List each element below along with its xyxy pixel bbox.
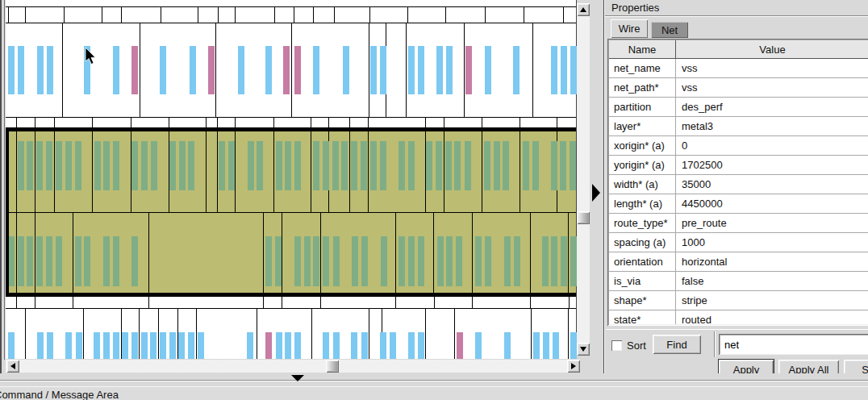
wire-stripe[interactable]: [426, 141, 432, 190]
wire-stripe[interactable]: [446, 46, 453, 94]
property-value-cell[interactable]: vss: [676, 59, 868, 77]
wire-stripe[interactable]: [103, 332, 110, 359]
property-value-cell[interactable]: 1000: [676, 233, 868, 252]
wire-stripe[interactable]: [514, 236, 520, 286]
wire-stripe[interactable]: [294, 236, 301, 286]
sort-checkbox[interactable]: [611, 340, 622, 351]
wire-stripe[interactable]: [141, 141, 148, 190]
wire-stripe[interactable]: [27, 236, 33, 286]
property-row[interactable]: net_path*vss: [609, 78, 868, 98]
property-row[interactable]: length* (a)4450000: [609, 194, 868, 214]
property-value-cell[interactable]: pre_route: [676, 214, 868, 232]
wire-stripe[interactable]: [190, 46, 196, 94]
wire-stripe[interactable]: [361, 332, 368, 359]
wire-stripe[interactable]: [283, 46, 290, 94]
wire-stripe[interactable]: [18, 141, 24, 190]
property-row[interactable]: shape*stripe: [609, 291, 868, 310]
wire-stripe[interactable]: [513, 46, 520, 94]
wire-stripe[interactable]: [75, 236, 81, 286]
wire-stripe[interactable]: [169, 141, 176, 190]
wire-stripe[interactable]: [570, 332, 577, 359]
property-value-cell[interactable]: routed: [676, 310, 868, 324]
wire-stripe[interactable]: [418, 46, 424, 94]
wire-stripe[interactable]: [454, 141, 461, 190]
wire-stripe[interactable]: [380, 46, 386, 94]
wire-stripe[interactable]: [198, 332, 204, 359]
wire-stripe[interactable]: [332, 141, 339, 190]
wire-stripe[interactable]: [484, 141, 490, 190]
wire-stripe[interactable]: [485, 236, 491, 286]
wire-stripe[interactable]: [543, 332, 549, 359]
property-value-cell[interactable]: des_perf: [676, 98, 868, 116]
wire-stripe[interactable]: [294, 46, 301, 94]
wire-stripe[interactable]: [150, 332, 156, 359]
wire-stripe[interactable]: [47, 332, 53, 359]
wire-stripe[interactable]: [504, 332, 511, 359]
wire-stripe[interactable]: [46, 236, 52, 286]
property-row[interactable]: orientationhorizontal: [609, 252, 868, 272]
wire-stripe[interactable]: [131, 332, 138, 359]
wire-stripe[interactable]: [370, 46, 377, 94]
wire-stripe[interactable]: [179, 141, 186, 190]
wire-stripe[interactable]: [457, 332, 463, 359]
vertical-scrollbar[interactable]: [577, 3, 590, 356]
wire-stripe[interactable]: [208, 46, 215, 94]
wire-stripe[interactable]: [399, 236, 405, 286]
wire-stripe[interactable]: [36, 141, 43, 190]
property-value-cell[interactable]: false: [676, 272, 868, 290]
wire-stripe[interactable]: [131, 46, 138, 94]
wire-stripe[interactable]: [446, 236, 453, 286]
property-value-cell[interactable]: stripe: [676, 291, 868, 310]
wire-stripe[interactable]: [94, 141, 101, 190]
tab-wire[interactable]: Wire: [611, 19, 648, 38]
property-row[interactable]: route_type*pre_route: [609, 214, 868, 233]
wire-stripe[interactable]: [504, 236, 511, 286]
wire-stripe[interactable]: [47, 46, 53, 94]
scroll-up-button[interactable]: [577, 3, 590, 16]
wire-stripe[interactable]: [408, 236, 415, 286]
wire-stripe[interactable]: [294, 141, 301, 190]
wire-stripe[interactable]: [276, 332, 282, 359]
wire-stripe[interactable]: [333, 332, 340, 359]
property-value-cell[interactable]: 4450000: [676, 194, 868, 213]
wire-stripe[interactable]: [532, 141, 539, 190]
property-value-cell[interactable]: 1702500: [676, 156, 868, 174]
wire-stripe[interactable]: [542, 236, 549, 286]
wire-stripe[interactable]: [131, 141, 138, 190]
wire-stripe[interactable]: [219, 141, 225, 190]
property-row[interactable]: yorigin* (a)1702500: [609, 156, 868, 175]
sash-handle-right-icon[interactable]: [592, 184, 600, 202]
wire-stripe[interactable]: [8, 332, 15, 359]
horizontal-scrollbar-thumb[interactable]: [326, 360, 339, 373]
wire-stripe[interactable]: [399, 141, 405, 190]
wire-stripe[interactable]: [113, 46, 119, 94]
wire-stripe[interactable]: [323, 332, 329, 359]
wire-stripe[interactable]: [169, 332, 176, 359]
property-row[interactable]: is_viafalse: [609, 272, 868, 291]
wire-stripe[interactable]: [390, 332, 396, 359]
tab-net[interactable]: Net: [651, 22, 688, 38]
wire-stripe[interactable]: [313, 141, 319, 190]
wire-stripe[interactable]: [551, 141, 557, 190]
wire-stripe[interactable]: [445, 141, 452, 190]
wire-stripe[interactable]: [323, 141, 329, 190]
vertical-sash[interactable]: [590, 0, 603, 373]
property-row[interactable]: layer*metal3: [609, 117, 868, 136]
wire-stripe[interactable]: [56, 236, 62, 286]
column-header-name[interactable]: Name: [609, 40, 676, 58]
wire-stripe[interactable]: [228, 141, 235, 190]
wire-stripe[interactable]: [553, 332, 559, 359]
find-button[interactable]: Find: [653, 335, 701, 354]
wire-stripe[interactable]: [36, 236, 43, 286]
wire-stripe[interactable]: [570, 46, 577, 94]
find-input[interactable]: [719, 334, 868, 355]
wire-stripe[interactable]: [56, 141, 62, 190]
wire-stripe[interactable]: [352, 236, 358, 286]
wire-stripe[interactable]: [257, 141, 263, 190]
wire-stripe[interactable]: [75, 141, 81, 190]
property-value-cell[interactable]: metal3: [676, 117, 868, 135]
wire-stripe[interactable]: [113, 332, 119, 359]
wire-stripe[interactable]: [37, 332, 44, 359]
wire-stripe[interactable]: [343, 46, 349, 94]
wire-stripe[interactable]: [465, 141, 471, 190]
